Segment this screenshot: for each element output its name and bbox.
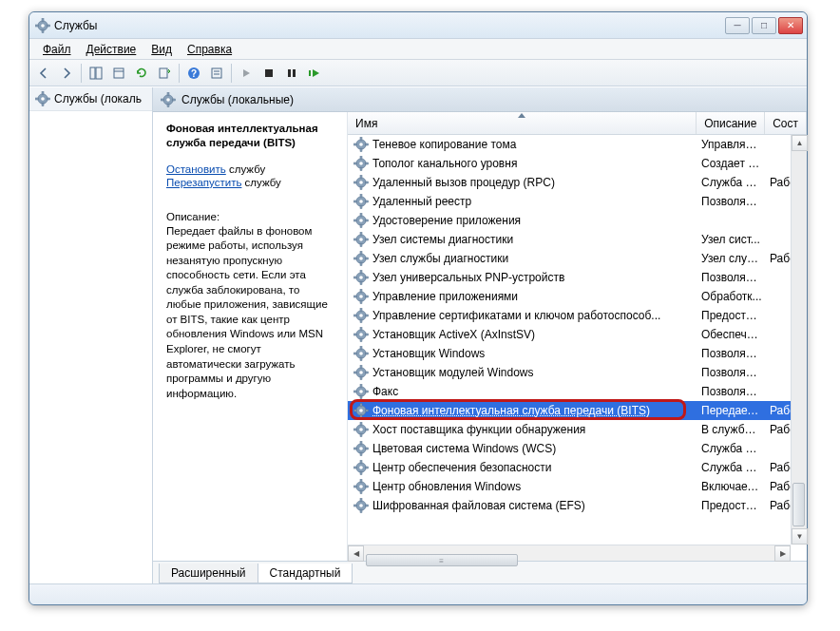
- table-row[interactable]: Центр обновления WindowsВключает ...Рабо: [348, 477, 807, 496]
- table-row[interactable]: Центр обеспечения безопасностиСлужба W..…: [348, 458, 807, 477]
- scroll-left-icon[interactable]: ◀: [348, 545, 364, 562]
- column-name[interactable]: Имя: [348, 112, 697, 134]
- service-desc-cell: Служба W...: [697, 461, 766, 474]
- hscroll-thumb[interactable]: ≡: [366, 554, 518, 566]
- column-description[interactable]: Описание: [697, 112, 765, 134]
- table-row[interactable]: Удаленный реестрПозволяет...: [348, 192, 807, 211]
- gear-icon: [353, 156, 369, 171]
- pause-service-button[interactable]: [281, 63, 302, 84]
- tab-standard[interactable]: Стандартный: [258, 564, 353, 583]
- table-row[interactable]: Теневое копирование томаУправляет...: [348, 135, 807, 154]
- table-row[interactable]: Удаленный вызов процедур (RPC)Служба R..…: [348, 173, 807, 192]
- service-desc-cell: Предостав...: [697, 309, 766, 322]
- service-name-cell: Факс: [372, 385, 398, 398]
- gear-icon: [353, 346, 369, 361]
- table-row[interactable]: Удостоверение приложения: [348, 211, 807, 230]
- show-hide-tree-button[interactable]: [86, 63, 106, 84]
- table-row[interactable]: Управление сертификатами и ключом работо…: [348, 306, 807, 325]
- restart-service-button[interactable]: [304, 63, 325, 84]
- scroll-right-icon[interactable]: ▶: [774, 545, 791, 562]
- service-name-cell: Удаленный вызов процедур (RPC): [372, 176, 555, 189]
- properties-button[interactable]: [108, 63, 129, 84]
- service-name-cell: Узел универсальных PNP-устройств: [372, 271, 564, 284]
- service-desc-cell: Узел сист...: [697, 233, 766, 246]
- tree-root-label: Службы (локаль: [54, 92, 142, 105]
- gear-icon: [353, 365, 369, 380]
- menu-file[interactable]: Файл: [35, 41, 79, 58]
- table-row[interactable]: Фоновая интеллектуальная служба передачи…: [348, 401, 807, 420]
- service-props-button[interactable]: [206, 63, 227, 84]
- table-row[interactable]: Установщик модулей WindowsПозволяет...: [348, 363, 807, 382]
- service-desc-cell: Обеспечи...: [697, 328, 766, 341]
- service-desc-cell: Передает ...: [697, 404, 766, 417]
- forward-button[interactable]: [56, 63, 77, 84]
- gear-icon: [353, 232, 369, 247]
- menu-help[interactable]: Справка: [180, 41, 239, 58]
- gear-icon: [353, 384, 369, 399]
- scroll-up-icon[interactable]: ▲: [792, 135, 808, 151]
- scroll-down-icon[interactable]: ▼: [792, 528, 808, 545]
- column-status[interactable]: Сост: [765, 112, 807, 134]
- titlebar[interactable]: Службы ─ □ ✕: [29, 12, 807, 39]
- stop-service-button[interactable]: [258, 63, 279, 84]
- service-desc-cell: Служба R...: [697, 176, 766, 189]
- stop-service-link[interactable]: Остановить: [166, 163, 226, 175]
- vscroll-thumb[interactable]: [792, 483, 805, 526]
- list-header: Имя Описание Сост: [348, 112, 807, 135]
- toolbar: ?: [29, 60, 807, 86]
- refresh-button[interactable]: [131, 63, 152, 84]
- restart-service-link[interactable]: Перезапустить: [166, 177, 241, 188]
- svg-rect-8: [114, 68, 124, 78]
- service-detail-panel: Фоновая интеллектуальная служба передачи…: [153, 112, 348, 561]
- gear-icon: [353, 270, 369, 285]
- svg-rect-7: [96, 67, 102, 79]
- service-desc-cell: Позволяет...: [697, 366, 766, 379]
- gear-icon: [353, 137, 369, 152]
- gear-icon: [353, 213, 369, 228]
- svg-rect-19: [309, 70, 311, 76]
- help-button[interactable]: ?: [183, 63, 204, 84]
- table-row[interactable]: Тополог канального уровняСоздает к...: [348, 154, 807, 173]
- table-row[interactable]: Управление приложениямиОбработк...: [348, 287, 807, 306]
- maximize-button[interactable]: □: [752, 17, 776, 34]
- close-button[interactable]: ✕: [778, 17, 803, 34]
- gear-icon: [353, 327, 369, 342]
- service-desc-cell: Служба W...: [697, 442, 766, 455]
- svg-text:?: ?: [191, 68, 197, 79]
- menu-view[interactable]: Вид: [143, 41, 180, 58]
- gear-icon: [353, 422, 369, 437]
- service-name-cell: Узел службы диагностики: [372, 252, 508, 265]
- gear-icon: [353, 498, 369, 513]
- horizontal-scrollbar[interactable]: ◀ ≡ ▶: [348, 545, 791, 561]
- main-header: Службы (локальные): [153, 87, 807, 112]
- table-row[interactable]: Хост поставщика функции обнаруженияВ слу…: [348, 420, 807, 439]
- vertical-scrollbar[interactable]: ▲ ▼: [791, 135, 807, 545]
- svg-rect-10: [160, 68, 167, 78]
- minimize-button[interactable]: ─: [725, 17, 750, 34]
- services-window: Службы ─ □ ✕ Файл Действие Вид Справка ?: [29, 11, 808, 605]
- app-icon: [35, 18, 50, 33]
- menubar: Файл Действие Вид Справка: [29, 39, 807, 60]
- statusbar: [29, 583, 807, 604]
- start-service-button[interactable]: [236, 63, 257, 84]
- table-row[interactable]: Установщик WindowsПозволяет...: [348, 344, 807, 363]
- table-row[interactable]: Узел системы диагностикиУзел сист...: [348, 230, 807, 249]
- tab-extended[interactable]: Расширенный: [159, 564, 258, 583]
- table-row[interactable]: Шифрованная файловая система (EFS)Предос…: [348, 496, 807, 515]
- table-row[interactable]: Цветовая система Windows (WCS)Служба W..…: [348, 439, 807, 458]
- export-button[interactable]: [154, 63, 175, 84]
- back-button[interactable]: [33, 63, 54, 84]
- gear-icon: [353, 289, 369, 304]
- gear-icon: [353, 441, 369, 456]
- gear-icon: [353, 175, 369, 190]
- table-row[interactable]: Узел универсальных PNP-устройствПозволяе…: [348, 268, 807, 287]
- table-row[interactable]: Узел службы диагностикиУзел служ...Рабо: [348, 249, 807, 268]
- table-row[interactable]: Установщик ActiveX (AxInstSV)Обеспечи...: [348, 325, 807, 344]
- table-row[interactable]: ФаксПозволяет...: [348, 382, 807, 401]
- desc-text: Передает файлы в фоновом режиме работы, …: [166, 224, 334, 401]
- gear-icon: [353, 194, 369, 209]
- service-desc-cell: Узел служ...: [697, 252, 766, 265]
- tree-root-services[interactable]: Службы (локаль: [29, 87, 152, 111]
- service-name-cell: Фоновая интеллектуальная служба передачи…: [372, 404, 650, 417]
- menu-action[interactable]: Действие: [79, 41, 144, 58]
